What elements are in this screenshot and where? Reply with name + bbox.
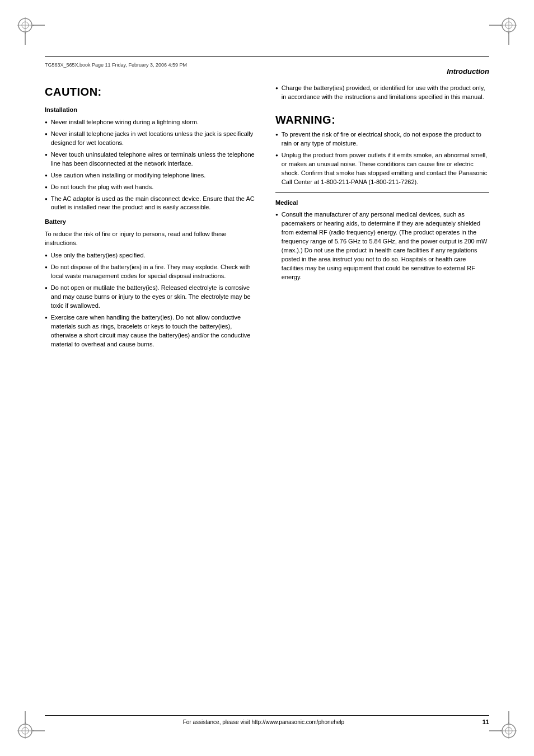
list-item: Exercise care when handling the battery(…: [45, 313, 259, 349]
footer-assistance-text: For assistance, please visit http://www.…: [45, 719, 483, 725]
battery-list: Use only the battery(ies) specified. Do …: [45, 251, 259, 349]
list-item: Consult the manufacturer of any personal…: [275, 210, 489, 282]
left-column: CAUTION: Installation Never install tele…: [45, 84, 259, 700]
list-item: Use only the battery(ies) specified.: [45, 251, 259, 260]
footer-area: For assistance, please visit http://www.…: [45, 715, 489, 725]
corner-mark-tl: [17, 17, 50, 50]
caution-title: CAUTION:: [45, 84, 259, 100]
page: TG563X_565X.book Page 11 Friday, Februar…: [0, 0, 534, 756]
page-title: Introduction: [447, 67, 489, 76]
installation-subtitle: Installation: [45, 106, 259, 115]
list-item: Do not open or mutilate the battery(ies)…: [45, 284, 259, 311]
extra-caution-list: Charge the battery(ies) provided, or ide…: [275, 84, 489, 102]
header-area: TG563X_565X.book Page 11 Friday, Februar…: [45, 56, 489, 69]
section-divider: [275, 192, 489, 193]
list-item: The AC adaptor is used as the main disco…: [45, 195, 259, 213]
content-area: CAUTION: Installation Never install tele…: [45, 84, 489, 700]
medical-subtitle: Medical: [275, 199, 489, 208]
medical-list: Consult the manufacturer of any personal…: [275, 210, 489, 282]
list-item: Do not dispose of the battery(ies) in a …: [45, 263, 259, 281]
header-filename: TG563X_565X.book Page 11 Friday, Februar…: [45, 62, 187, 68]
footer-page-number: 11: [483, 719, 489, 725]
list-item: Never install telephone wiring during a …: [45, 118, 259, 127]
battery-intro: To reduce the risk of fire or injury to …: [45, 230, 259, 248]
list-item: Never install telephone jacks in wet loc…: [45, 130, 259, 148]
corner-mark-tr: [484, 17, 517, 50]
list-item: Use caution when installing or modifying…: [45, 171, 259, 180]
list-item: To prevent the risk of fire or electrica…: [275, 130, 489, 148]
installation-list: Never install telephone wiring during a …: [45, 118, 259, 212]
list-item: Do not touch the plug with wet hands.: [45, 183, 259, 192]
warning-list: To prevent the risk of fire or electrica…: [275, 130, 489, 187]
list-item: Unplug the product from power outlets if…: [275, 151, 489, 187]
warning-title: WARNING:: [275, 112, 489, 128]
list-item: Never touch uninsulated telephone wires …: [45, 151, 259, 168]
page-title-text: Introduction: [447, 67, 489, 76]
battery-subtitle: Battery: [45, 218, 259, 227]
list-item: Charge the battery(ies) provided, or ide…: [275, 84, 489, 102]
right-column: Charge the battery(ies) provided, or ide…: [275, 84, 489, 700]
